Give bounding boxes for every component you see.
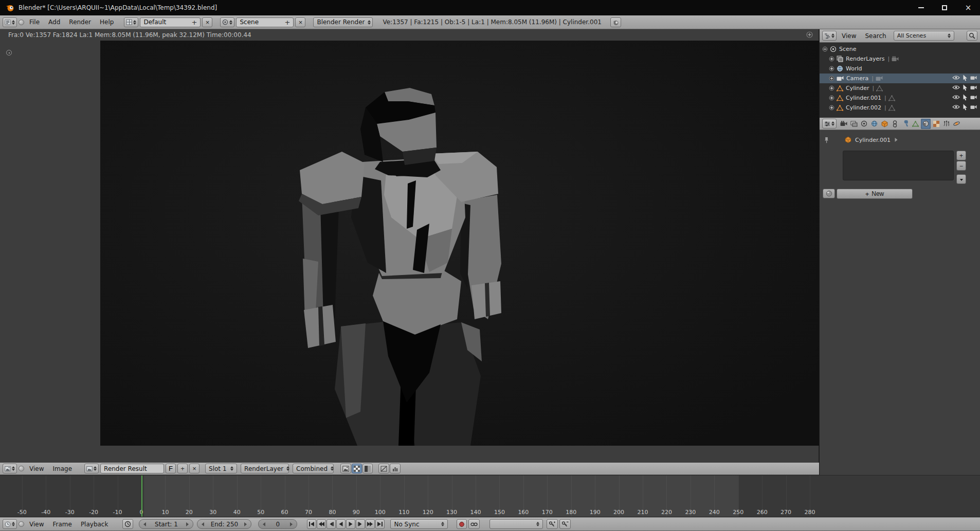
jump-to-end-button[interactable] bbox=[375, 519, 385, 529]
tab-render-layers[interactable] bbox=[849, 119, 859, 129]
menu-frame[interactable]: Frame bbox=[49, 520, 75, 528]
menu-file[interactable]: File bbox=[26, 18, 43, 26]
expand-icon[interactable] bbox=[829, 76, 834, 81]
tab-world[interactable] bbox=[869, 119, 879, 129]
editor-type-button-timeline[interactable] bbox=[3, 519, 17, 529]
outliner-item-label[interactable]: Cylinder.001 bbox=[845, 95, 882, 101]
auto-keyframe-button[interactable] bbox=[457, 519, 467, 529]
region-plus-icon[interactable] bbox=[806, 31, 813, 40]
render-pass-dropdown[interactable]: Combined bbox=[293, 464, 334, 473]
sync-mode-dropdown[interactable]: No Sync bbox=[390, 519, 448, 529]
add-material-slot-button[interactable]: + bbox=[956, 151, 966, 160]
header-collapse-widget[interactable] bbox=[19, 466, 24, 471]
context-object-name[interactable]: Cylinder.001 bbox=[855, 137, 891, 143]
editor-type-button-image[interactable] bbox=[3, 464, 17, 473]
outliner-item-label[interactable]: Camera bbox=[845, 75, 869, 82]
fake-user-button[interactable]: F bbox=[166, 464, 176, 473]
tab-physics[interactable] bbox=[952, 119, 961, 129]
outliner-row-scene[interactable]: Scene bbox=[820, 44, 980, 54]
delete-layout-button[interactable]: × bbox=[202, 17, 212, 27]
restrict-render-icon[interactable] bbox=[970, 104, 977, 111]
outliner-search-button[interactable] bbox=[967, 31, 977, 41]
restrict-view-icon[interactable] bbox=[952, 95, 960, 101]
frame-start-field[interactable]: Start: 1 bbox=[139, 519, 193, 529]
timeline-track[interactable]: -50-40-30-20-100102030405060708090100110… bbox=[0, 475, 980, 517]
browse-screen-layout-button[interactable] bbox=[124, 17, 138, 27]
browse-image-button[interactable] bbox=[84, 464, 99, 473]
current-frame-field[interactable]: 0 bbox=[258, 519, 297, 529]
menu-search-outliner[interactable]: Search bbox=[861, 32, 890, 40]
material-slot-list[interactable] bbox=[843, 151, 954, 180]
screen-layout-field[interactable]: Default + bbox=[140, 17, 201, 27]
new-image-button[interactable]: + bbox=[177, 464, 188, 473]
new-material-button[interactable]: + New bbox=[837, 189, 913, 199]
outliner-item-label[interactable]: Cylinder bbox=[845, 85, 870, 91]
pin-icon[interactable] bbox=[824, 137, 829, 143]
tab-texture[interactable] bbox=[931, 119, 941, 129]
unlink-image-button[interactable]: × bbox=[189, 464, 199, 473]
frame-back-button[interactable] bbox=[326, 519, 336, 529]
uv-clip-toggle[interactable] bbox=[378, 464, 389, 473]
decrement-icon[interactable] bbox=[263, 522, 265, 526]
frame-end-field[interactable]: End: 250 bbox=[197, 519, 251, 529]
restrict-view-icon[interactable] bbox=[952, 75, 960, 82]
restrict-render-icon[interactable] bbox=[970, 75, 977, 82]
play-reverse-button[interactable] bbox=[336, 519, 346, 529]
add-layout-icon[interactable]: + bbox=[192, 19, 197, 26]
menu-view-timeline[interactable]: View bbox=[26, 520, 47, 528]
delete-keyframe-button[interactable] bbox=[559, 519, 571, 529]
tab-particles[interactable] bbox=[941, 119, 951, 129]
tab-object-data[interactable] bbox=[911, 119, 920, 129]
maximize-button[interactable] bbox=[933, 0, 956, 15]
increment-icon[interactable] bbox=[186, 522, 189, 526]
previous-keyframe-button[interactable] bbox=[317, 519, 326, 529]
decrement-icon[interactable] bbox=[202, 522, 204, 526]
material-slot-specials-button[interactable] bbox=[956, 174, 966, 184]
preview-range-toggle[interactable] bbox=[122, 519, 133, 529]
expand-icon[interactable] bbox=[829, 66, 834, 71]
expand-icon[interactable] bbox=[829, 105, 834, 111]
outliner-row-cylinder-002[interactable]: Cylinder.002| bbox=[820, 103, 980, 113]
restrict-select-icon[interactable] bbox=[963, 104, 968, 112]
insert-keyframe-button[interactable] bbox=[547, 519, 558, 529]
restrict-select-icon[interactable] bbox=[963, 94, 968, 102]
menu-image[interactable]: Image bbox=[49, 465, 76, 473]
tab-render[interactable] bbox=[839, 119, 848, 129]
tab-object[interactable] bbox=[880, 119, 890, 129]
play-button[interactable] bbox=[346, 519, 355, 529]
expand-icon[interactable] bbox=[829, 85, 834, 91]
browse-material-button[interactable] bbox=[823, 189, 835, 198]
outliner-row-renderlayers[interactable]: RenderLayers| bbox=[820, 54, 980, 64]
outliner-row-cylinder[interactable]: Cylinder| bbox=[820, 83, 980, 93]
outliner-row-cylinder-001[interactable]: Cylinder.001| bbox=[820, 93, 980, 103]
menu-playback[interactable]: Playback bbox=[77, 520, 112, 528]
close-button[interactable]: × bbox=[956, 0, 980, 15]
editor-type-button-outliner[interactable] bbox=[822, 31, 837, 41]
tab-modifiers[interactable] bbox=[900, 119, 910, 129]
current-frame-cursor[interactable] bbox=[141, 475, 142, 517]
menu-view-outliner[interactable]: View bbox=[838, 32, 860, 40]
delete-scene-button[interactable]: × bbox=[295, 17, 305, 27]
menu-view-image[interactable]: View bbox=[26, 465, 47, 473]
restrict-select-icon[interactable] bbox=[963, 84, 968, 93]
tab-material[interactable] bbox=[921, 119, 931, 129]
render-result-image[interactable] bbox=[100, 41, 819, 446]
increment-icon[interactable] bbox=[244, 522, 247, 526]
draw-zbuffer-toggle[interactable] bbox=[362, 464, 373, 473]
outliner-filter-dropdown[interactable]: All Scenes bbox=[894, 31, 954, 41]
next-keyframe-button[interactable] bbox=[366, 519, 375, 529]
outliner-item-label[interactable]: World bbox=[845, 65, 863, 72]
outliner-row-world[interactable]: World bbox=[820, 64, 980, 74]
render-layer-dropdown[interactable]: RenderLayer bbox=[241, 464, 289, 473]
active-keying-set-dropdown[interactable] bbox=[489, 519, 543, 529]
restrict-select-icon[interactable] bbox=[963, 75, 968, 83]
menu-render[interactable]: Render bbox=[65, 18, 95, 26]
increment-icon[interactable] bbox=[290, 522, 293, 526]
editor-type-button-info[interactable] bbox=[3, 17, 17, 27]
image-datablock-field[interactable]: Render Result bbox=[100, 464, 164, 473]
remove-material-slot-button[interactable]: − bbox=[956, 161, 966, 171]
restrict-render-icon[interactable] bbox=[970, 85, 977, 91]
uv-2d-cursor-icon[interactable] bbox=[6, 50, 12, 56]
scope-update-toggle[interactable] bbox=[390, 464, 401, 473]
restrict-view-icon[interactable] bbox=[952, 104, 960, 111]
